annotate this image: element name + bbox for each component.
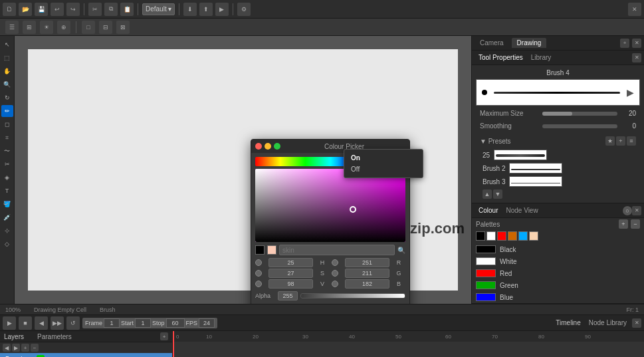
gradient-radio[interactable]: Gradient bbox=[285, 303, 319, 304]
preset-25[interactable]: 25 bbox=[480, 148, 636, 162]
hand-tool[interactable]: ✋ bbox=[1, 65, 13, 77]
zoom-tool[interactable]: 🔍 bbox=[1, 78, 13, 90]
eyedropper-tool[interactable]: 💉 bbox=[1, 211, 13, 223]
rotate-tool[interactable]: ↻ bbox=[1, 92, 13, 104]
bone-tool[interactable]: ◇ bbox=[1, 238, 13, 250]
timeline-frames-area[interactable] bbox=[173, 342, 644, 357]
brush-nav-icon[interactable]: ▶ bbox=[627, 87, 634, 98]
preset-menu-icon[interactable]: ≡ bbox=[627, 136, 636, 146]
mode-dropdown[interactable]: Default ▾ bbox=[142, 3, 175, 15]
color-panel-menu-icon[interactable]: ○ bbox=[623, 206, 632, 215]
tab-node-library[interactable]: Node Library bbox=[586, 318, 629, 328]
swatch-white[interactable] bbox=[486, 231, 496, 241]
eraser-tool[interactable]: ◻ bbox=[1, 118, 13, 130]
h-dot[interactable] bbox=[255, 259, 262, 266]
scene-icon[interactable]: ☰ bbox=[5, 21, 19, 34]
light-icon[interactable]: ☀ bbox=[40, 21, 53, 34]
view2-icon[interactable]: ⊟ bbox=[99, 21, 112, 34]
tab-colour[interactable]: Colour bbox=[475, 205, 502, 215]
alpha-slider[interactable] bbox=[300, 293, 405, 298]
s-input[interactable] bbox=[268, 269, 313, 278]
save-file-icon[interactable]: 💾 bbox=[35, 3, 48, 16]
layer-collapse-icon[interactable]: − bbox=[31, 344, 39, 352]
g-input[interactable] bbox=[345, 269, 389, 278]
layer-prev-icon[interactable]: ◀ bbox=[3, 344, 11, 352]
close-icon[interactable]: ✕ bbox=[628, 3, 641, 16]
palette-add-icon[interactable]: + bbox=[619, 219, 628, 229]
cut-icon[interactable]: ✂ bbox=[88, 3, 102, 16]
playhead[interactable] bbox=[173, 331, 174, 342]
picker-maximize-button[interactable] bbox=[274, 143, 280, 150]
draw-tool[interactable]: ✏ bbox=[1, 105, 13, 117]
palette-green[interactable]: Green bbox=[472, 279, 644, 291]
b-dot[interactable] bbox=[332, 281, 338, 287]
preset-star-icon[interactable]: ★ bbox=[605, 136, 615, 146]
view3-icon[interactable]: ⊠ bbox=[116, 21, 130, 34]
props-close-icon[interactable]: ✕ bbox=[632, 53, 641, 62]
h-input[interactable] bbox=[268, 258, 313, 267]
panel-add-icon[interactable]: + bbox=[620, 39, 629, 48]
preset-brush2[interactable]: Brush 2 bbox=[480, 162, 636, 175]
new-file-icon[interactable]: 🗋 bbox=[3, 3, 16, 16]
frame-input[interactable] bbox=[104, 318, 120, 328]
transform-tool[interactable]: ⊹ bbox=[1, 225, 13, 237]
copy-icon[interactable]: ⧉ bbox=[104, 3, 118, 16]
swatch-skin[interactable] bbox=[529, 231, 538, 241]
current-color-swatch[interactable] bbox=[267, 245, 276, 255]
tab-timeline[interactable]: Timeline bbox=[553, 318, 583, 328]
search-icon[interactable]: 🔍 bbox=[397, 247, 405, 254]
swatch-brown[interactable] bbox=[508, 231, 517, 241]
s-dot[interactable] bbox=[255, 270, 262, 277]
color-panel-close-icon[interactable]: ✕ bbox=[632, 206, 641, 215]
import-icon[interactable]: ⬇ bbox=[183, 3, 197, 16]
arrow-tool[interactable]: ↖ bbox=[1, 39, 13, 51]
swatch-blue[interactable] bbox=[518, 231, 528, 241]
select-tool[interactable]: ⬚ bbox=[1, 52, 13, 64]
picker-minimize-button[interactable] bbox=[265, 143, 271, 150]
drawing-layer-row[interactable]: Drawing + bbox=[0, 353, 172, 357]
sv-picker[interactable] bbox=[255, 169, 405, 242]
solid-radio[interactable]: Solid bbox=[255, 303, 278, 304]
g-dot[interactable] bbox=[332, 270, 338, 277]
export-icon[interactable]: ⬆ bbox=[199, 3, 213, 16]
tab-tool-properties[interactable]: Tool Properties bbox=[475, 53, 527, 62]
swatch-red[interactable] bbox=[497, 231, 506, 241]
stop-input[interactable] bbox=[166, 318, 185, 328]
layers-add-icon[interactable]: + bbox=[160, 332, 168, 340]
max-size-slider[interactable] bbox=[542, 112, 617, 116]
paste-icon[interactable]: 📋 bbox=[120, 3, 134, 16]
open-file-icon[interactable]: 📂 bbox=[19, 3, 32, 16]
wheel-mode-on[interactable]: On bbox=[344, 152, 423, 164]
bucket-tool[interactable]: 🪣 bbox=[1, 198, 13, 210]
view1-icon[interactable]: □ bbox=[82, 21, 95, 34]
preset-prev-icon[interactable]: ▲ bbox=[483, 189, 492, 199]
black-swatch[interactable] bbox=[255, 245, 265, 255]
alpha-input[interactable] bbox=[278, 291, 298, 300]
r-input[interactable] bbox=[345, 258, 389, 267]
undo-icon[interactable]: ↩ bbox=[51, 3, 64, 16]
palette-red[interactable]: Red bbox=[472, 267, 644, 279]
palette-minus-icon[interactable]: − bbox=[631, 219, 640, 229]
canvas-area[interactable]: Colour Picker 🔍 bbox=[15, 36, 471, 304]
contour-tool[interactable]: ⌗ bbox=[1, 132, 13, 144]
timeline-ruler[interactable]: 0 10 20 30 40 50 60 70 80 90 bbox=[173, 331, 644, 357]
layer-next-icon[interactable]: ▶ bbox=[12, 344, 20, 352]
preset-next-icon[interactable]: ▼ bbox=[493, 189, 502, 199]
panel-close-icon[interactable]: ✕ bbox=[632, 39, 641, 48]
stamp-tool[interactable]: ◈ bbox=[1, 172, 13, 183]
tab-library[interactable]: Library bbox=[527, 53, 556, 62]
palette-white[interactable]: White bbox=[472, 255, 644, 267]
layer-add-icon[interactable]: + bbox=[21, 344, 29, 352]
grid-icon[interactable]: ⊞ bbox=[23, 21, 36, 34]
text-tool[interactable]: T bbox=[1, 185, 13, 197]
onion-icon[interactable]: ⊕ bbox=[57, 21, 70, 34]
cut-tool[interactable]: ✂ bbox=[1, 158, 13, 170]
render-icon[interactable]: ▶ bbox=[215, 3, 229, 16]
loop-icon[interactable]: ↺ bbox=[66, 316, 80, 330]
settings-icon[interactable]: ⚙ bbox=[237, 3, 251, 16]
fps-input[interactable] bbox=[199, 318, 215, 328]
palette-vectorized[interactable]: Vectorized Line bbox=[472, 303, 644, 304]
play-icon[interactable]: ▶ bbox=[3, 316, 16, 330]
prev-icon[interactable]: ◀ bbox=[35, 316, 48, 330]
preset-brush3[interactable]: Brush 3 bbox=[480, 175, 636, 188]
